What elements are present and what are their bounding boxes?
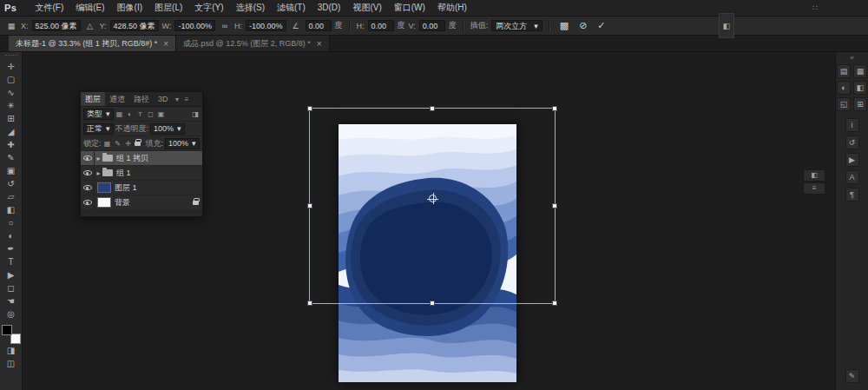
skew-h-field[interactable]: 0.00 — [368, 20, 394, 31]
actions-panel-icon[interactable]: ▶ — [845, 153, 859, 167]
canvas-area[interactable]: 图层 通道 路径 3D ▾ ≡ 类型 ▾ ▦ ◐ T ◻ ▣ — [23, 52, 835, 390]
lock-all-icon[interactable] — [135, 142, 141, 146]
type-tool[interactable]: T — [1, 255, 22, 268]
filter-toggle-icon[interactable]: ◨ — [191, 110, 200, 118]
transform-handle-top-right[interactable] — [552, 106, 557, 111]
width-scale-field[interactable]: -100.00% — [174, 20, 215, 31]
transform-handle-middle-left[interactable] — [307, 203, 312, 208]
swatches-panel-icon[interactable]: ▦ — [853, 64, 867, 78]
transform-handle-bottom-right[interactable] — [552, 301, 557, 306]
visibility-toggle[interactable] — [81, 181, 95, 195]
layer-row-group1[interactable]: ▸ 组 1 — [81, 166, 202, 181]
screen-mode-button[interactable]: ◫ — [1, 357, 22, 370]
rotation-angle-field[interactable]: 0.00 — [306, 20, 332, 31]
filter-adjustment-icon[interactable]: ◐ — [126, 110, 135, 118]
color-swatches[interactable] — [2, 325, 21, 344]
fill-select[interactable]: 100% ▾ — [165, 138, 200, 149]
skew-v-field[interactable]: 0.00 — [419, 20, 445, 31]
quick-mask-button[interactable]: ◨ — [1, 344, 22, 357]
character-panel-icon[interactable]: A — [845, 170, 859, 184]
path-select-tool[interactable]: ▶ — [1, 268, 22, 281]
hand-tool[interactable]: ☚ — [1, 294, 22, 307]
tab-3d[interactable]: 3D — [154, 92, 173, 106]
tab-channels[interactable]: 通道 — [105, 92, 129, 106]
foreground-color-swatch[interactable] — [2, 325, 12, 335]
tab-layers[interactable]: 图层 — [81, 92, 105, 106]
zoom-tool[interactable]: ◎ — [1, 307, 22, 321]
filter-smart-object-icon[interactable]: ▣ — [157, 110, 166, 118]
menu-layer[interactable]: 图层(L) — [148, 0, 188, 16]
relative-position-icon[interactable]: △ — [84, 22, 96, 30]
transform-handle-top-left[interactable] — [307, 106, 312, 111]
panel-collapse-icon[interactable]: ▾ — [173, 92, 182, 106]
panel-menu-icon[interactable]: ≡ — [182, 92, 192, 106]
dodge-tool[interactable]: ◐ — [1, 229, 22, 242]
transform-handle-top-center[interactable] — [430, 106, 435, 111]
adjustments-panel-icon[interactable]: ◐ — [837, 81, 851, 95]
transform-reference-point[interactable] — [429, 195, 437, 202]
toolbar-grip[interactable] — [5, 55, 17, 58]
workspace-switcher-icon[interactable]: ∷ — [812, 3, 818, 12]
crop-tool[interactable]: ⊞ — [1, 112, 22, 125]
group-expander-icon[interactable]: ▸ — [95, 169, 102, 177]
menu-type[interactable]: 文字(Y) — [188, 0, 229, 16]
menu-image[interactable]: 图像(I) — [111, 0, 148, 16]
mini-panel-button-1[interactable]: ◧ — [803, 169, 825, 182]
y-position-field[interactable]: 428.50 像素 — [110, 20, 159, 31]
blur-tool[interactable]: ○ — [1, 216, 22, 229]
styles-panel-icon[interactable]: ◧ — [853, 81, 867, 95]
transform-handle-middle-right[interactable] — [552, 203, 557, 208]
healing-tool[interactable]: ✚ — [1, 138, 22, 151]
history-brush-tool[interactable]: ↺ — [1, 177, 22, 190]
collapsed-panel-chip[interactable]: ◧ — [719, 13, 734, 38]
blend-mode-select[interactable]: 正常 ▾ — [83, 123, 114, 135]
marquee-tool[interactable]: ▢ — [1, 73, 22, 86]
info-panel-icon[interactable]: i — [845, 118, 859, 132]
opacity-select[interactable]: 100% ▾ — [150, 123, 185, 135]
pen-tool[interactable]: ✒ — [1, 242, 22, 255]
layer-filter-select[interactable]: 类型 ▾ — [83, 109, 114, 120]
transform-handle-bottom-left[interactable] — [307, 301, 312, 306]
filter-shape-layers-icon[interactable]: ◻ — [147, 110, 155, 118]
menu-window[interactable]: 窗口(W) — [388, 0, 431, 16]
shape-tool[interactable]: ◻ — [1, 281, 22, 294]
brush-tool[interactable]: ✎ — [1, 151, 22, 164]
tab-paths[interactable]: 路径 — [129, 92, 154, 106]
eyedropper-tool[interactable]: ◢ — [1, 125, 22, 138]
lasso-tool[interactable]: ∿ — [1, 86, 22, 99]
lock-position-icon[interactable]: ✛ — [124, 140, 133, 148]
transform-handle-bottom-center[interactable] — [430, 301, 435, 306]
lock-pixels-icon[interactable]: ✎ — [114, 140, 122, 148]
close-tab-icon[interactable]: × — [163, 39, 168, 49]
brush-panel-icon[interactable]: ✎ — [845, 369, 859, 383]
lock-transparent-icon[interactable]: ▦ — [103, 140, 112, 148]
warp-mode-button[interactable]: ▩ — [556, 20, 572, 31]
visibility-toggle[interactable] — [81, 166, 95, 180]
menu-3d[interactable]: 3D(D) — [312, 0, 347, 16]
visibility-toggle[interactable] — [81, 195, 95, 209]
x-position-field[interactable]: 525.00 像素 — [32, 20, 81, 31]
gradient-tool[interactable]: ◧ — [1, 203, 22, 216]
height-scale-field[interactable]: -100.00% — [246, 20, 286, 31]
close-tab-icon[interactable]: × — [317, 39, 322, 49]
layer-row-layer1[interactable]: 图层 1 — [81, 181, 202, 195]
transform-bounding-box[interactable] — [309, 108, 556, 304]
menu-filter[interactable]: 滤镜(T) — [271, 0, 312, 16]
menu-select[interactable]: 选择(S) — [230, 0, 271, 16]
history-panel-icon[interactable]: ↺ — [845, 136, 859, 149]
menu-file[interactable]: 文件(F) — [29, 0, 69, 16]
menu-edit[interactable]: 编辑(E) — [69, 0, 110, 16]
eraser-tool[interactable]: ▱ — [1, 190, 22, 203]
group-expander-icon[interactable]: ▸ — [95, 155, 102, 162]
expand-panels-icon[interactable]: « — [850, 54, 853, 63]
stamp-tool[interactable]: ▣ — [1, 164, 22, 177]
quick-select-tool[interactable]: ✳ — [1, 99, 22, 112]
move-tool[interactable]: ✛ — [1, 60, 22, 73]
layer-row-group1-copy[interactable]: ▸ 组 1 拷贝 — [81, 151, 202, 166]
document-tab-untitled[interactable]: 未标题-1 @ 33.3% (组 1 拷贝, RGB/8#) * × — [9, 36, 176, 51]
reference-point-icon[interactable]: ▦ — [5, 22, 17, 30]
interpolation-select[interactable]: 两次立方 ▾ — [491, 20, 542, 31]
paragraph-panel-icon[interactable]: ¶ — [845, 188, 859, 202]
mini-panel-button-2[interactable]: ≡ — [803, 182, 825, 195]
commit-transform-button[interactable]: ✓ — [594, 20, 608, 31]
